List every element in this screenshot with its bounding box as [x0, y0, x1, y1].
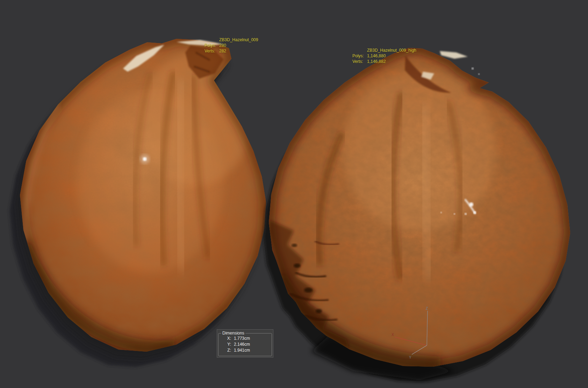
dimension-axis-y: Y: [223, 342, 231, 347]
scene-render: Z X Y [0, 0, 588, 388]
stat-key-polys: Polys: [205, 43, 217, 48]
stat-value-polys: 1,146,880 [367, 53, 416, 59]
model-title-high: ZB3D_Hazelnut_009_high [367, 48, 416, 53]
dimension-value-z: 1.941cm [234, 347, 269, 353]
dimension-row-z: Z: 1.941cm [221, 347, 269, 353]
model-stats-high: ZB3D_Hazelnut_009_high Polys: 1,146,880 … [352, 48, 416, 64]
stat-value-verts: 282 [219, 48, 258, 54]
dimension-row-y: Y: 2.146cm [221, 342, 269, 347]
model-stats-low: ZB3D_Hazelnut_009 Polys: 280 Verts: 282 [205, 37, 258, 54]
stat-value-polys: 280 [219, 43, 258, 48]
dimension-row-x: X: 1.773cm [221, 336, 269, 342]
dimensions-title: Dimensions [221, 331, 245, 336]
dimension-value-x: 1.773cm [234, 336, 269, 342]
stat-value-verts: 1,146,882 [367, 59, 416, 64]
axis-y-label: Y [409, 355, 411, 359]
stat-key-verts: Verts: [205, 48, 217, 54]
dimension-value-y: 2.146cm [234, 342, 269, 347]
dimension-axis-x: X: [223, 336, 231, 342]
stat-key-polys: Polys: [352, 53, 365, 59]
axis-x-label: X [392, 333, 394, 337]
dimensions-groupbox: Dimensions X: 1.773cm Y: 2.146cm Z: 1.94… [218, 331, 272, 356]
viewport-3d[interactable]: Z X Y ZB3D_Hazelnut_009 Polys: 280 Verts… [0, 0, 588, 388]
dimensions-panel: Dimensions X: 1.773cm Y: 2.146cm Z: 1.94… [217, 329, 273, 358]
stat-key-verts: Verts: [352, 59, 365, 64]
dimension-axis-z: Z: [223, 347, 231, 353]
axis-z-label: Z [426, 307, 428, 310]
model-title-low: ZB3D_Hazelnut_009 [219, 37, 258, 43]
